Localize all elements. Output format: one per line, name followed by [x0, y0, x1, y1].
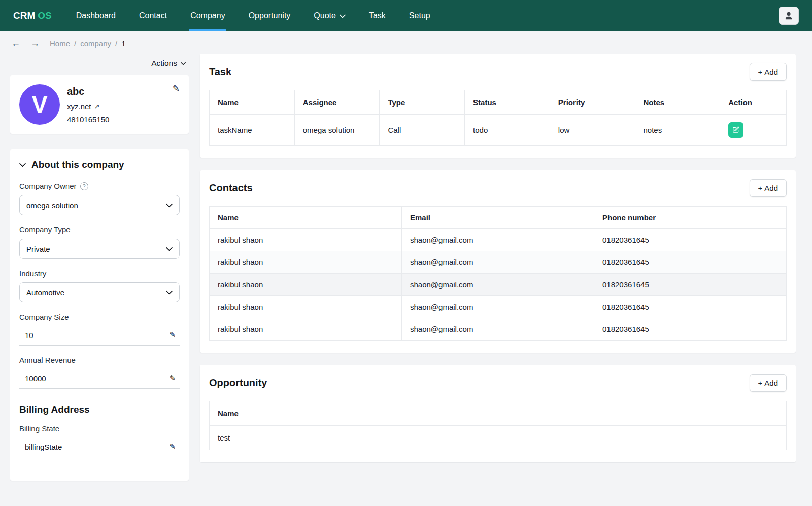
nav-item-company[interactable]: Company [189, 0, 226, 31]
chevron-down-icon [340, 14, 346, 18]
nav-item-setup[interactable]: Setup [408, 0, 431, 31]
edit-icon[interactable]: ✎ [169, 442, 176, 451]
contact-email-cell: shaon@gmail.com [402, 274, 594, 296]
task-col-type: Type [380, 90, 465, 115]
contact-name-cell: rakibul shaon [210, 229, 402, 251]
chevron-down-icon [166, 290, 173, 295]
task-notes-cell: notes [635, 115, 720, 146]
task-status-cell: todo [465, 115, 550, 146]
company-size-field: Company Size 10 ✎ [19, 313, 180, 346]
add-contact-button[interactable]: + Add [750, 179, 787, 197]
company-type-field: Company Type Private [19, 225, 180, 259]
plus-icon: + [758, 379, 763, 387]
company-owner-value: omega solution [26, 201, 78, 210]
nav-item-quote-label: Quote [314, 11, 336, 20]
contact-phone-cell: 01820361645 [594, 274, 787, 296]
breadcrumb: ← → Home / company / 1 [0, 31, 812, 54]
nav-item-opportunity[interactable]: Opportunity [248, 0, 292, 31]
task-section: Task + Add Name Assignee Type Status Pri… [200, 54, 796, 158]
annual-revenue-editable[interactable]: 10000 ✎ [19, 369, 180, 389]
chevron-down-icon [166, 203, 173, 208]
task-type-cell: Call [380, 115, 465, 146]
contact-email-cell: shaon@gmail.com [402, 318, 594, 341]
company-type-select[interactable]: Private [19, 239, 180, 259]
task-name-cell: taskName [210, 115, 295, 146]
task-col-priority: Priority [550, 90, 635, 115]
add-contact-label: Add [764, 184, 778, 192]
edit-pencil-icon [732, 126, 739, 133]
company-type-label: Company Type [19, 225, 71, 234]
add-opportunity-label: Add [764, 379, 778, 387]
billing-state-editable[interactable]: billingState ✎ [19, 437, 180, 457]
user-icon [784, 11, 794, 21]
task-col-name: Name [210, 90, 295, 115]
contacts-section: Contacts + Add Name Email Phone number r [200, 170, 796, 353]
about-company-card: About this company Company Owner ? omega… [10, 149, 189, 481]
industry-value: Automotive [26, 288, 64, 297]
help-icon[interactable]: ? [80, 182, 88, 190]
main-content: Task + Add Name Assignee Type Status Pri… [200, 54, 796, 475]
annual-revenue-value: 10000 [25, 374, 46, 383]
caret-down-icon [181, 62, 186, 65]
company-size-editable[interactable]: 10 ✎ [19, 326, 180, 346]
edit-icon[interactable]: ✎ [169, 374, 176, 383]
task-table: Name Assignee Type Status Priority Notes… [209, 90, 787, 146]
billing-address-title: Billing Address [19, 404, 180, 417]
company-sidebar: Actions V abc xyz.net ↗ 4810165150 ✎ Abo… [10, 54, 189, 481]
contact-email-cell: shaon@gmail.com [402, 229, 594, 251]
contact-row: rakibul shaon shaon@gmail.com 0182036164… [210, 251, 787, 274]
company-summary-card: V abc xyz.net ↗ 4810165150 ✎ [10, 75, 189, 134]
contact-name-cell: rakibul shaon [210, 251, 402, 274]
company-size-label: Company Size [19, 313, 69, 321]
breadcrumb-separator: / [74, 39, 76, 48]
add-task-button[interactable]: + Add [750, 63, 787, 81]
chevron-down-icon [166, 247, 173, 251]
user-menu-button[interactable] [779, 7, 799, 25]
breadcrumb-company[interactable]: company [80, 39, 111, 48]
contact-phone-cell: 01820361645 [594, 318, 787, 341]
company-avatar: V [19, 84, 60, 125]
nav-item-quote[interactable]: Quote [313, 0, 347, 31]
opportunity-row: test [210, 426, 787, 450]
nav-item-task[interactable]: Task [368, 0, 387, 31]
company-owner-select[interactable]: omega solution [19, 195, 180, 215]
forward-arrow-icon[interactable]: → [30, 39, 40, 48]
contact-phone-cell: 01820361645 [594, 251, 787, 274]
company-phone: 4810165150 [67, 115, 109, 124]
edit-company-icon[interactable]: ✎ [173, 83, 180, 94]
company-owner-field: Company Owner ? omega solution [19, 182, 180, 215]
actions-dropdown-button[interactable]: Actions [151, 59, 186, 68]
contact-row: rakibul shaon shaon@gmail.com 0182036164… [210, 229, 787, 251]
plus-icon: + [758, 184, 763, 192]
nav-item-dashboard[interactable]: Dashboard [75, 0, 117, 31]
industry-field: Industry Automotive [19, 269, 180, 302]
contact-row: rakibul shaon shaon@gmail.com 0182036164… [210, 318, 787, 341]
nav-item-contact[interactable]: Contact [138, 0, 168, 31]
opportunity-col-name: Name [210, 401, 787, 426]
contact-name-cell: rakibul shaon [210, 274, 402, 296]
add-opportunity-button[interactable]: + Add [750, 374, 787, 392]
contact-email-cell: shaon@gmail.com [402, 251, 594, 274]
contact-phone-cell: 01820361645 [594, 296, 787, 318]
edit-icon[interactable]: ✎ [169, 330, 176, 340]
about-section-toggle[interactable]: About this company [19, 159, 180, 171]
app-logo[interactable]: CRM OS [13, 0, 52, 31]
navbar: CRM OS Dashboard Contact Company Opportu… [0, 0, 812, 31]
contact-email-cell: shaon@gmail.com [402, 296, 594, 318]
contacts-table: Name Email Phone number rakibul shaon sh… [209, 206, 787, 341]
contact-name-cell: rakibul shaon [210, 296, 402, 318]
back-arrow-icon[interactable]: ← [11, 39, 20, 48]
task-col-notes: Notes [635, 90, 720, 115]
task-row: taskName omega solution Call todo low no… [210, 115, 787, 146]
task-priority-cell: low [550, 115, 635, 146]
industry-select[interactable]: Automotive [19, 282, 180, 302]
task-assignee-cell: omega solution [294, 115, 380, 146]
contact-phone-cell: 01820361645 [594, 229, 787, 251]
external-link-icon[interactable]: ↗ [94, 103, 100, 110]
edit-task-button[interactable] [728, 122, 743, 138]
company-size-value: 10 [25, 331, 33, 340]
contact-name-cell: rakibul shaon [210, 318, 402, 341]
breadcrumb-home[interactable]: Home [50, 39, 70, 48]
task-section-title: Task [209, 66, 231, 78]
company-website-link[interactable]: xyz.net [67, 102, 91, 111]
